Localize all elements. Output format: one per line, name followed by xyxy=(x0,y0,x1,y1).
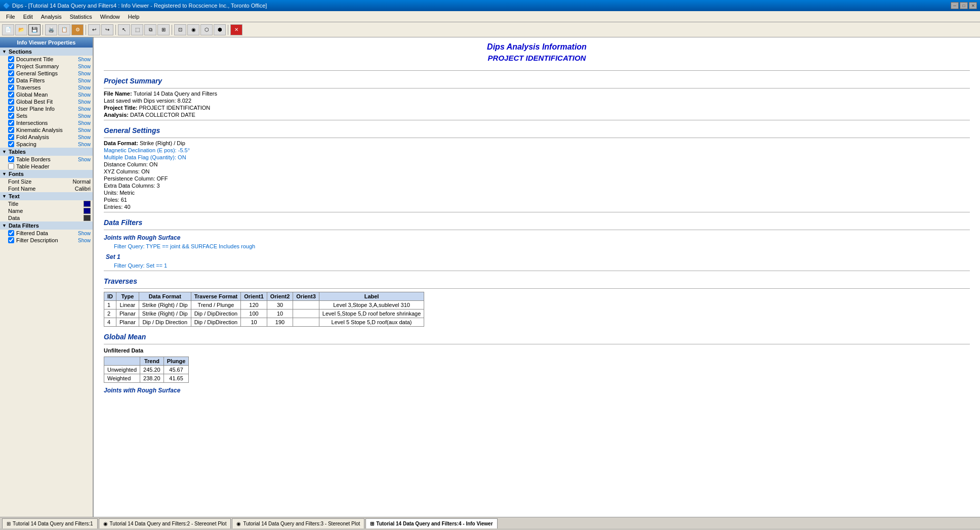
sidebar: Info Viewer Properties ▼ Sections Docume… xyxy=(0,37,94,517)
sidebar-row-font-size: Font Size Normal xyxy=(0,178,93,185)
toolbar-sep2 xyxy=(86,25,86,35)
checkbox-intersections[interactable] xyxy=(8,120,14,126)
show-spacing[interactable]: Show xyxy=(78,142,91,147)
info-project-title: Project Title: PROJECT IDENTIFICATION xyxy=(104,105,970,111)
divider-3 xyxy=(104,120,970,120)
cell-tf: Dip / DipDirection xyxy=(191,310,241,318)
show-table-borders[interactable]: Show xyxy=(78,157,91,162)
checkbox-project-summary[interactable] xyxy=(8,63,14,69)
cell-tf: Dip / DipDirection xyxy=(191,318,241,327)
toolbar-cursor[interactable]: ↖ xyxy=(118,24,130,35)
cell-label: Level 3,Stope 3,A,sublevel 310 xyxy=(319,301,424,310)
label-filtered-data: Filtered Data xyxy=(16,230,76,236)
sidebar-datafilters-header[interactable]: ▼ Data Filters xyxy=(0,222,93,230)
checkbox-general-settings[interactable] xyxy=(8,70,14,76)
toolbar-btn1[interactable]: ⚙ xyxy=(71,24,84,35)
toolbar-print[interactable]: 🖨️ xyxy=(45,24,57,35)
maximize-button[interactable]: □ xyxy=(960,2,968,9)
show-global-best-fit[interactable]: Show xyxy=(78,99,91,105)
show-data-filters[interactable]: Show xyxy=(78,78,91,83)
toolbar-copy[interactable]: ⧉ xyxy=(144,24,156,35)
tab-3[interactable]: ◉ Tutorial 14 Data Query and Filters:3 -… xyxy=(232,518,364,528)
divider-1 xyxy=(104,70,970,71)
color-box-data[interactable] xyxy=(84,215,91,221)
toolbar-print2[interactable]: 📋 xyxy=(58,24,70,35)
checkbox-table-borders[interactable] xyxy=(8,156,14,162)
sidebar-tables-header[interactable]: ▼ Tables xyxy=(0,148,93,156)
checkbox-kinematic[interactable] xyxy=(8,127,14,133)
color-box-title[interactable] xyxy=(84,201,91,207)
checkbox-spacing[interactable] xyxy=(8,141,14,147)
show-filtered-data[interactable]: Show xyxy=(78,231,91,236)
show-sets[interactable]: Show xyxy=(78,113,91,119)
tab-1[interactable]: ⊞ Tutorial 14 Data Query and Filters:1 xyxy=(2,518,98,528)
sidebar-sections-header[interactable]: ▼ Sections xyxy=(0,48,93,56)
gs-mdf-link: Multiple Data Flag (Quantity): ON xyxy=(104,154,186,160)
tab-3-icon: ◉ xyxy=(236,521,241,526)
toolbar-close[interactable]: ✕ xyxy=(230,24,242,35)
checkbox-user-plane-info[interactable] xyxy=(8,106,14,112)
toolbar-sep5 xyxy=(228,25,228,35)
toolbar-undo[interactable]: ↩ xyxy=(88,24,100,35)
toolbar-save[interactable]: 💾 xyxy=(28,24,40,35)
checkbox-table-header[interactable] xyxy=(8,163,14,169)
tab-2-icon: ◉ xyxy=(103,521,108,526)
toolbar-select[interactable]: ⬚ xyxy=(131,24,143,35)
show-document-title[interactable]: Show xyxy=(78,57,91,62)
show-intersections[interactable]: Show xyxy=(78,120,91,126)
sidebar-row-general-settings: General Settings Show xyxy=(0,70,93,77)
toolbar-new[interactable]: 📄 xyxy=(2,24,14,35)
cell-id: 2 xyxy=(104,310,116,318)
checkbox-global-best-fit[interactable] xyxy=(8,99,14,105)
tab-4[interactable]: ⊞ Tutorial 14 Data Query and Filters:4 -… xyxy=(365,518,497,528)
toolbar-open[interactable]: 📂 xyxy=(15,24,27,35)
show-general-settings[interactable]: Show xyxy=(78,71,91,76)
toolbar-import[interactable]: ⬢ xyxy=(214,24,226,35)
toolbar-chart[interactable]: ◉ xyxy=(187,24,199,35)
checkbox-fold[interactable] xyxy=(8,134,14,140)
title-bar-buttons[interactable]: ─ □ ✕ xyxy=(951,2,977,9)
show-fold[interactable]: Show xyxy=(78,135,91,140)
table-row: 1 Linear Strike (Right) / Dip Trend / Pl… xyxy=(104,301,424,310)
sidebar-fonts-header[interactable]: ▼ Fonts xyxy=(0,170,93,178)
tab-2[interactable]: ◉ Tutorial 14 Data Query and Filters:2 -… xyxy=(99,518,231,528)
show-kinematic[interactable]: Show xyxy=(78,127,91,133)
show-global-mean[interactable]: Show xyxy=(78,92,91,98)
toolbar-table[interactable]: ⊡ xyxy=(174,24,186,35)
toolbar-paste[interactable]: ⊞ xyxy=(157,24,170,35)
checkbox-filtered-data[interactable] xyxy=(8,230,14,236)
show-user-plane-info[interactable]: Show xyxy=(78,106,91,112)
checkbox-global-mean[interactable] xyxy=(8,92,14,98)
data-filters-heading: Data Filters xyxy=(104,218,970,227)
checkbox-data-filters[interactable] xyxy=(8,77,14,83)
close-button[interactable]: ✕ xyxy=(969,2,977,9)
sections-label: Sections xyxy=(9,49,32,55)
menu-statistics[interactable]: Statistics xyxy=(66,13,96,21)
gs-poles: Poles: 61 xyxy=(104,197,970,203)
sidebar-text-header[interactable]: ▼ Text xyxy=(0,192,93,200)
toolbar: 📄 📂 💾 🖨️ 📋 ⚙ ↩ ↪ ↖ ⬚ ⧉ ⊞ ⊡ ◉ ⬡ ⬢ ✕ xyxy=(0,22,980,37)
cell-unweighted-plunge: 45.67 xyxy=(164,366,189,374)
cell-o2: 190 xyxy=(267,318,293,327)
menu-window[interactable]: Window xyxy=(96,13,124,21)
label-data-filters: Data Filters xyxy=(16,77,76,83)
collapse-sections-icon: ▼ xyxy=(2,49,7,54)
checkbox-sets[interactable] xyxy=(8,113,14,119)
checkbox-document-title[interactable] xyxy=(8,56,14,62)
color-box-name[interactable] xyxy=(84,208,91,214)
minimize-button[interactable]: ─ xyxy=(951,2,959,9)
checkbox-filter-description[interactable] xyxy=(8,237,14,243)
show-project-summary[interactable]: Show xyxy=(78,64,91,69)
toolbar-redo[interactable]: ↪ xyxy=(101,24,113,35)
checkbox-traverses[interactable] xyxy=(8,84,14,91)
menu-file[interactable]: File xyxy=(2,13,19,21)
menu-help[interactable]: Help xyxy=(124,13,144,21)
toolbar-export[interactable]: ⬡ xyxy=(200,24,213,35)
cell-label: Level 5 Stope 5,D roof(aux data) xyxy=(319,318,424,327)
divider-8 xyxy=(104,288,970,289)
menu-edit[interactable]: Edit xyxy=(19,13,37,21)
show-filter-description[interactable]: Show xyxy=(78,238,91,243)
tab-4-icon: ⊞ xyxy=(370,521,374,526)
show-traverses[interactable]: Show xyxy=(78,85,91,91)
menu-analysis[interactable]: Analysis xyxy=(37,13,66,21)
